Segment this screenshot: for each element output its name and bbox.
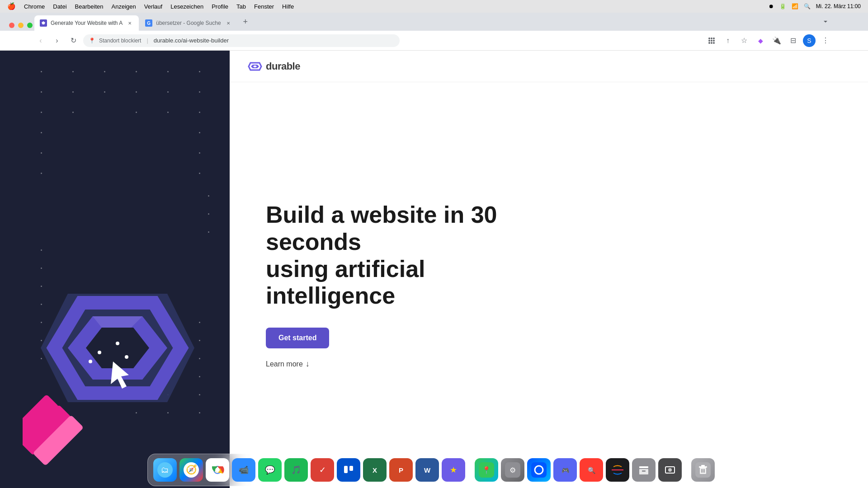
svg-point-15 <box>89 360 92 363</box>
dock-word[interactable]: W <box>415 458 439 482</box>
forward-button[interactable]: › <box>51 34 63 47</box>
right-panel: durable Build a website in 30 seconds us… <box>230 51 868 488</box>
tab-strip-menu[interactable] <box>819 15 832 28</box>
minimize-window-button[interactable] <box>18 23 24 28</box>
address-bar: ‹ › ↻ 📍 Standort blockiert | durable.co/… <box>0 31 868 51</box>
svg-point-3 <box>713 38 715 39</box>
tab-close-google[interactable]: ✕ <box>225 19 232 27</box>
svg-text:📍: 📍 <box>482 466 491 474</box>
bookmark-icon[interactable]: ☆ <box>738 34 750 47</box>
svg-marker-0 <box>42 21 45 24</box>
svg-point-13 <box>98 351 101 354</box>
dock-excel[interactable]: X <box>363 458 387 482</box>
dock-whatsapp[interactable]: 💬 <box>258 458 282 482</box>
profile-menu[interactable]: Profile <box>212 3 228 10</box>
durable-logo[interactable]: durable <box>248 59 300 74</box>
search-icon[interactable]: 🔍 <box>804 3 811 9</box>
learn-more-arrow-icon: ↓ <box>306 359 310 369</box>
dock-spotify[interactable]: 🎵 <box>284 458 308 482</box>
tab-menu[interactable]: Tab <box>236 3 246 10</box>
hero-heading-line1: Build a website in 30 seconds <box>266 202 497 255</box>
dock-archive[interactable] <box>632 458 656 482</box>
lesezeichen-menu[interactable]: Lesezeichen <box>170 3 203 10</box>
svg-text:🎮: 🎮 <box>561 467 570 474</box>
svg-text:P: P <box>399 466 403 474</box>
profile-icon[interactable]: S <box>803 34 816 47</box>
svg-point-7 <box>708 42 710 44</box>
dock: 🗂 🧭 📹 💬 🎵 <box>147 454 721 486</box>
dock-safari[interactable]: 🧭 <box>179 458 203 482</box>
browser-content: durable Build a website in 30 seconds us… <box>0 51 868 488</box>
menu-bar: 🍎 Chrome Datei Bearbeiten Anzeigen Verla… <box>0 0 868 13</box>
svg-text:⚙: ⚙ <box>509 466 516 474</box>
navbar: durable <box>230 51 868 82</box>
sidebar-icon[interactable]: ⊟ <box>787 34 799 47</box>
dock-chrome[interactable] <box>206 458 229 482</box>
tab-title-google: übersetzer - Google Suche <box>156 20 221 26</box>
tab-durable[interactable]: Generate Your Website with A ✕ <box>34 15 139 31</box>
menu-bar-right: ⏺ 🔋 📶 🔍 Mi. 22. März 11:00 <box>769 3 861 9</box>
logo-text: durable <box>266 61 300 72</box>
fenster-menu[interactable]: Fenster <box>254 3 274 10</box>
dock-finder[interactable]: 🗂 <box>153 458 177 482</box>
reload-button[interactable]: ↻ <box>67 34 80 47</box>
hero-illustration <box>23 258 194 461</box>
svg-rect-33 <box>341 462 356 478</box>
app-name-menu[interactable]: Chrome <box>24 3 45 10</box>
hero-heading-line2: using artificial intelligence <box>266 256 425 309</box>
tab-close-durable[interactable]: ✕ <box>126 19 133 27</box>
dock-radar[interactable]: 🔍 <box>580 458 603 482</box>
dock-sound[interactable] <box>606 458 629 482</box>
dock-trash[interactable] <box>691 458 715 482</box>
svg-text:W: W <box>424 466 431 474</box>
verlauf-menu[interactable]: Verlauf <box>144 3 162 10</box>
svg-text:💬: 💬 <box>265 465 275 475</box>
google-apps-icon[interactable] <box>705 34 718 47</box>
svg-point-14 <box>116 342 119 345</box>
learn-more-link[interactable]: Learn more ↓ <box>266 359 832 369</box>
bearbeiten-menu[interactable]: Bearbeiten <box>75 3 104 10</box>
svg-point-4 <box>708 40 710 42</box>
get-started-button[interactable]: Get started <box>266 328 329 348</box>
dock-system-prefs[interactable]: ⚙ <box>501 458 524 482</box>
location-blocked-text: Standort blockiert <box>99 38 141 44</box>
dock-todoist[interactable]: ✓ <box>311 458 334 482</box>
dock-maps[interactable]: 📍 <box>475 458 498 482</box>
url-text: durable.co/ai-website-builder <box>154 37 229 44</box>
extension-icon-2[interactable]: 🔌 <box>770 34 783 47</box>
dock-notchup[interactable]: ★ <box>442 458 465 482</box>
back-button[interactable]: ‹ <box>34 34 47 47</box>
anzeigen-menu[interactable]: Anzeigen <box>112 3 136 10</box>
svg-rect-34 <box>344 466 348 473</box>
svg-text:X: X <box>373 466 377 474</box>
dock-arc[interactable] <box>527 458 551 482</box>
apple-menu[interactable]: 🍎 <box>7 2 16 10</box>
dock-discord[interactable]: 🎮 <box>553 458 577 482</box>
share-icon[interactable]: ↑ <box>722 34 734 47</box>
extension-icon-1[interactable]: ◆ <box>754 34 767 47</box>
datei-menu[interactable]: Datei <box>53 3 66 10</box>
url-bar[interactable]: 📍 Standort blockiert | durable.co/ai-web… <box>83 34 400 47</box>
tab-google[interactable]: G übersetzer - Google Suche ✕ <box>140 15 237 31</box>
dock-zoom[interactable]: 📹 <box>232 458 255 482</box>
svg-point-9 <box>713 42 715 44</box>
svg-point-5 <box>711 40 712 42</box>
dock-misc[interactable] <box>658 458 682 482</box>
tab-title-durable: Generate Your Website with A <box>51 20 123 26</box>
location-icon: 📍 <box>89 38 95 44</box>
tab-favicon-durable <box>40 19 47 27</box>
new-tab-button[interactable]: + <box>239 15 252 28</box>
dock-separator-1 <box>470 461 470 479</box>
dock-trello[interactable] <box>337 458 360 482</box>
chrome-menu-button[interactable]: ⋮ <box>819 34 832 47</box>
wifi-icon: 📶 <box>792 3 798 9</box>
hilfe-menu[interactable]: Hilfe <box>282 3 294 10</box>
svg-rect-35 <box>349 466 353 471</box>
dock-powerpoint[interactable]: P <box>389 458 413 482</box>
close-window-button[interactable] <box>9 23 14 28</box>
svg-rect-48 <box>531 462 547 478</box>
maximize-window-button[interactable] <box>27 23 33 28</box>
svg-point-8 <box>711 42 712 44</box>
svg-point-62 <box>668 468 672 472</box>
hero-section: Build a website in 30 seconds using arti… <box>230 82 868 488</box>
